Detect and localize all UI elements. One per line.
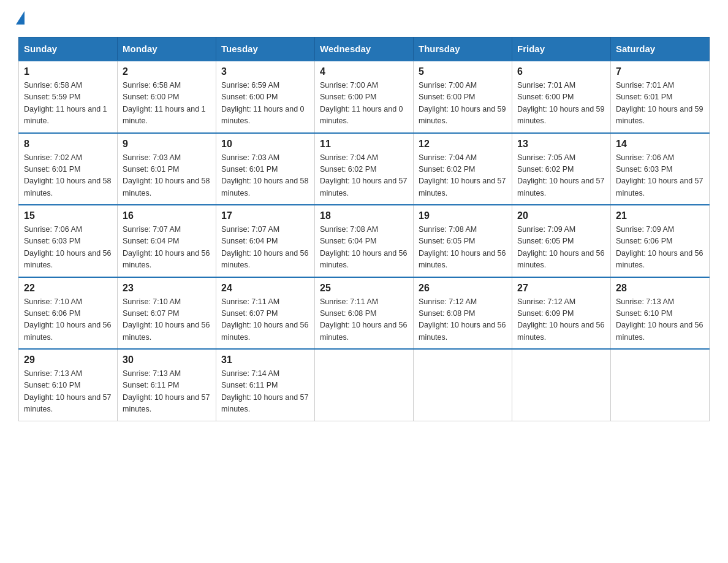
day-info: Sunrise: 7:08 AM Sunset: 6:05 PM Dayligh…: [419, 224, 507, 272]
calendar-cell: 13 Sunrise: 7:05 AM Sunset: 6:02 PM Dayl…: [512, 133, 611, 205]
calendar-cell: 20 Sunrise: 7:09 AM Sunset: 6:05 PM Dayl…: [512, 205, 611, 277]
day-info: Sunrise: 7:00 AM Sunset: 6:00 PM Dayligh…: [320, 80, 408, 128]
calendar-cell: 14 Sunrise: 7:06 AM Sunset: 6:03 PM Dayl…: [611, 133, 710, 205]
logo: [18, 12, 25, 25]
day-info: Sunrise: 6:59 AM Sunset: 6:00 PM Dayligh…: [221, 80, 309, 128]
day-number: 1: [24, 66, 112, 77]
day-info: Sunrise: 7:09 AM Sunset: 6:06 PM Dayligh…: [616, 224, 704, 272]
calendar-cell: 9 Sunrise: 7:03 AM Sunset: 6:01 PM Dayli…: [118, 133, 216, 205]
weekday-header-thursday: Thursday: [414, 37, 512, 61]
calendar-cell: 5 Sunrise: 7:00 AM Sunset: 6:00 PM Dayli…: [414, 61, 512, 133]
day-number: 30: [123, 354, 211, 366]
day-info: Sunrise: 7:05 AM Sunset: 6:02 PM Dayligh…: [517, 152, 605, 200]
day-number: 13: [517, 139, 605, 150]
weekday-header-tuesday: Tuesday: [216, 37, 315, 61]
day-info: Sunrise: 6:58 AM Sunset: 6:00 PM Dayligh…: [123, 80, 211, 128]
calendar-cell: 22 Sunrise: 7:10 AM Sunset: 6:06 PM Dayl…: [19, 277, 118, 350]
calendar-cell: 16 Sunrise: 7:07 AM Sunset: 6:04 PM Dayl…: [118, 205, 216, 277]
day-number: 28: [616, 283, 704, 294]
calendar-cell: 12 Sunrise: 7:04 AM Sunset: 6:02 PM Dayl…: [414, 133, 512, 205]
calendar-cell: 6 Sunrise: 7:01 AM Sunset: 6:00 PM Dayli…: [512, 61, 611, 133]
calendar-cell: 27 Sunrise: 7:12 AM Sunset: 6:09 PM Dayl…: [512, 277, 611, 350]
calendar-cell: 1 Sunrise: 6:58 AM Sunset: 5:59 PM Dayli…: [19, 61, 118, 133]
day-number: 19: [419, 210, 507, 221]
day-info: Sunrise: 7:10 AM Sunset: 6:07 PM Dayligh…: [123, 296, 211, 344]
day-number: 16: [123, 210, 211, 221]
calendar-cell: [315, 349, 414, 421]
day-number: 8: [24, 139, 112, 150]
day-info: Sunrise: 7:06 AM Sunset: 6:03 PM Dayligh…: [24, 224, 112, 272]
calendar-cell: 7 Sunrise: 7:01 AM Sunset: 6:01 PM Dayli…: [611, 61, 710, 133]
weekday-header-saturday: Saturday: [611, 37, 710, 61]
day-info: Sunrise: 7:03 AM Sunset: 6:01 PM Dayligh…: [221, 152, 309, 200]
day-info: Sunrise: 7:04 AM Sunset: 6:02 PM Dayligh…: [320, 152, 408, 200]
calendar-cell: [512, 349, 611, 421]
calendar-cell: 21 Sunrise: 7:09 AM Sunset: 6:06 PM Dayl…: [611, 205, 710, 277]
day-number: 23: [123, 283, 211, 294]
calendar-cell: [414, 349, 512, 421]
calendar-cell: 17 Sunrise: 7:07 AM Sunset: 6:04 PM Dayl…: [216, 205, 315, 277]
calendar-cell: 2 Sunrise: 6:58 AM Sunset: 6:00 PM Dayli…: [118, 61, 216, 133]
calendar-cell: 26 Sunrise: 7:12 AM Sunset: 6:08 PM Dayl…: [414, 277, 512, 350]
calendar-cell: 31 Sunrise: 7:14 AM Sunset: 6:11 PM Dayl…: [216, 349, 315, 421]
day-info: Sunrise: 7:00 AM Sunset: 6:00 PM Dayligh…: [419, 80, 507, 128]
day-number: 27: [517, 283, 605, 294]
calendar-cell: 28 Sunrise: 7:13 AM Sunset: 6:10 PM Dayl…: [611, 277, 710, 350]
calendar-table: SundayMondayTuesdayWednesdayThursdayFrid…: [18, 37, 710, 421]
day-info: Sunrise: 7:09 AM Sunset: 6:05 PM Dayligh…: [517, 224, 605, 272]
day-info: Sunrise: 7:10 AM Sunset: 6:06 PM Dayligh…: [24, 296, 112, 344]
day-number: 6: [517, 66, 605, 77]
calendar-cell: 10 Sunrise: 7:03 AM Sunset: 6:01 PM Dayl…: [216, 133, 315, 205]
day-number: 10: [221, 139, 309, 150]
day-number: 9: [123, 139, 211, 150]
day-number: 20: [517, 210, 605, 221]
weekday-header-monday: Monday: [118, 37, 216, 61]
calendar-cell: 29 Sunrise: 7:13 AM Sunset: 6:10 PM Dayl…: [19, 349, 118, 421]
day-info: Sunrise: 7:07 AM Sunset: 6:04 PM Dayligh…: [123, 224, 211, 272]
day-info: Sunrise: 7:12 AM Sunset: 6:08 PM Dayligh…: [419, 296, 507, 344]
weekday-header-sunday: Sunday: [19, 37, 118, 61]
calendar-cell: 19 Sunrise: 7:08 AM Sunset: 6:05 PM Dayl…: [414, 205, 512, 277]
day-info: Sunrise: 7:04 AM Sunset: 6:02 PM Dayligh…: [419, 152, 507, 200]
day-info: Sunrise: 7:11 AM Sunset: 6:07 PM Dayligh…: [221, 296, 309, 344]
day-number: 26: [419, 283, 507, 294]
calendar-cell: 8 Sunrise: 7:02 AM Sunset: 6:01 PM Dayli…: [19, 133, 118, 205]
day-info: Sunrise: 7:03 AM Sunset: 6:01 PM Dayligh…: [123, 152, 211, 200]
page-header: [18, 12, 710, 25]
day-info: Sunrise: 7:02 AM Sunset: 6:01 PM Dayligh…: [24, 152, 112, 200]
calendar-cell: 23 Sunrise: 7:10 AM Sunset: 6:07 PM Dayl…: [118, 277, 216, 350]
day-number: 2: [123, 66, 211, 77]
calendar-cell: 11 Sunrise: 7:04 AM Sunset: 6:02 PM Dayl…: [315, 133, 414, 205]
day-number: 21: [616, 210, 704, 221]
weekday-header-row: SundayMondayTuesdayWednesdayThursdayFrid…: [19, 37, 710, 61]
day-info: Sunrise: 7:01 AM Sunset: 6:00 PM Dayligh…: [517, 80, 605, 128]
weekday-header-wednesday: Wednesday: [315, 37, 414, 61]
calendar-cell: 25 Sunrise: 7:11 AM Sunset: 6:08 PM Dayl…: [315, 277, 414, 350]
calendar-cell: 4 Sunrise: 7:00 AM Sunset: 6:00 PM Dayli…: [315, 61, 414, 133]
day-info: Sunrise: 6:58 AM Sunset: 5:59 PM Dayligh…: [24, 80, 112, 128]
day-number: 24: [221, 283, 309, 294]
day-number: 3: [221, 66, 309, 77]
day-info: Sunrise: 7:12 AM Sunset: 6:09 PM Dayligh…: [517, 296, 605, 344]
calendar-week-row: 29 Sunrise: 7:13 AM Sunset: 6:10 PM Dayl…: [19, 349, 710, 421]
day-info: Sunrise: 7:13 AM Sunset: 6:10 PM Dayligh…: [24, 368, 112, 416]
day-info: Sunrise: 7:13 AM Sunset: 6:11 PM Dayligh…: [123, 368, 211, 416]
calendar-cell: 3 Sunrise: 6:59 AM Sunset: 6:00 PM Dayli…: [216, 61, 315, 133]
day-info: Sunrise: 7:07 AM Sunset: 6:04 PM Dayligh…: [221, 224, 309, 272]
day-number: 29: [24, 354, 112, 366]
calendar-week-row: 15 Sunrise: 7:06 AM Sunset: 6:03 PM Dayl…: [19, 205, 710, 277]
calendar-cell: [611, 349, 710, 421]
calendar-week-row: 8 Sunrise: 7:02 AM Sunset: 6:01 PM Dayli…: [19, 133, 710, 205]
calendar-week-row: 22 Sunrise: 7:10 AM Sunset: 6:06 PM Dayl…: [19, 277, 710, 350]
day-number: 14: [616, 139, 704, 150]
day-number: 15: [24, 210, 112, 221]
day-number: 4: [320, 66, 408, 77]
calendar-week-row: 1 Sunrise: 6:58 AM Sunset: 5:59 PM Dayli…: [19, 61, 710, 133]
day-number: 31: [221, 354, 309, 366]
day-number: 11: [320, 139, 408, 150]
day-info: Sunrise: 7:06 AM Sunset: 6:03 PM Dayligh…: [616, 152, 704, 200]
day-info: Sunrise: 7:08 AM Sunset: 6:04 PM Dayligh…: [320, 224, 408, 272]
calendar-cell: 24 Sunrise: 7:11 AM Sunset: 6:07 PM Dayl…: [216, 277, 315, 350]
day-info: Sunrise: 7:14 AM Sunset: 6:11 PM Dayligh…: [221, 368, 309, 416]
day-number: 22: [24, 283, 112, 294]
